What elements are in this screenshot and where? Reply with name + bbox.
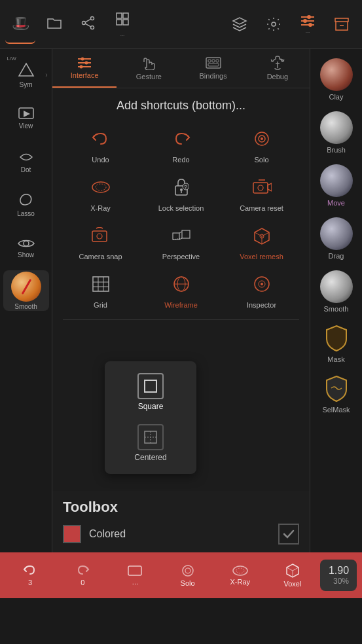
- grid-icon: [88, 271, 114, 297]
- shortcuts-title: Add shortcuts (bottom)...: [63, 99, 299, 113]
- shortcut-voxel[interactable]: Voxel remesh: [224, 223, 299, 260]
- move-sphere: [320, 164, 353, 197]
- svg-marker-20: [24, 111, 30, 117]
- sidebar-tool-lasso[interactable]: Lasso: [3, 184, 49, 224]
- bottom-undo-btn[interactable]: 3: [5, 556, 55, 595]
- bottom-solo-icon: [181, 564, 195, 578]
- bottom-voxel-btn[interactable]: Voxel: [268, 556, 317, 595]
- svg-rect-7: [117, 20, 122, 25]
- shortcut-inspector[interactable]: Inspector: [224, 271, 299, 309]
- bottom-xray-icon: [232, 565, 249, 577]
- svg-rect-6: [123, 13, 128, 18]
- undo-label: Undo: [92, 156, 109, 164]
- shortcut-camera-reset[interactable]: Camera reset: [224, 174, 299, 212]
- svg-point-13: [307, 15, 311, 19]
- right-tool-clay[interactable]: Clay: [314, 54, 359, 105]
- sidebar-tool-dot[interactable]: Dot: [3, 141, 49, 181]
- inspector-label: Inspector: [247, 301, 276, 309]
- bottom-xray-btn[interactable]: X-Ray: [215, 556, 265, 595]
- lock-icon: ?: [168, 174, 194, 200]
- hat-button[interactable]: 🎩: [5, 5, 35, 44]
- bottom-redo-icon: [75, 564, 90, 577]
- camera-snap-icon: [88, 223, 114, 249]
- svg-rect-54: [93, 277, 109, 291]
- redo-icon: [168, 126, 194, 152]
- svg-line-4: [85, 24, 91, 27]
- sidebar-tool-show[interactable]: Show: [3, 227, 49, 268]
- right-tool-smooth[interactable]: Smooth: [314, 266, 359, 317]
- layers-button[interactable]: [225, 5, 255, 44]
- bottom-solo-btn[interactable]: Solo: [163, 556, 213, 595]
- mask-shield-icon: [321, 323, 352, 353]
- tab-bindings[interactable]: Bindings: [181, 49, 245, 88]
- sidebar-tool-sym[interactable]: L/W Sym: [3, 54, 49, 95]
- grid-button[interactable]: ...: [107, 5, 137, 44]
- svg-point-1: [82, 21, 86, 24]
- shortcut-solo[interactable]: Solo: [224, 126, 299, 164]
- popup-square[interactable]: Square: [105, 367, 196, 418]
- grid-label: Grid: [94, 301, 107, 309]
- toolbox-row: Colored: [63, 524, 299, 545]
- shortcut-camera-snap[interactable]: Camera snap: [63, 223, 138, 260]
- svg-rect-43: [253, 183, 268, 193]
- shortcut-redo[interactable]: Redo: [143, 126, 219, 164]
- tab-gesture[interactable]: Gesture: [117, 49, 181, 88]
- shortcut-xray[interactable]: X-Ray: [63, 174, 138, 212]
- left-sidebar: L/W Sym › View Dot La: [0, 49, 52, 552]
- colored-check[interactable]: [278, 524, 299, 545]
- bottom-redo-btn[interactable]: 0: [58, 556, 107, 595]
- sidebar-tool-view[interactable]: View: [3, 98, 49, 138]
- tab-debug[interactable]: Debug: [245, 49, 310, 88]
- svg-point-15: [308, 23, 312, 27]
- solo-icon: [249, 126, 275, 152]
- settings-button[interactable]: [259, 5, 289, 44]
- svg-point-45: [258, 185, 263, 190]
- top-toolbar-right: ...: [225, 5, 357, 44]
- voxel-icon: [249, 223, 275, 249]
- svg-point-0: [91, 16, 94, 20]
- shortcuts-grid: Undo Redo: [63, 126, 299, 309]
- bottom-bar: 3 0 ... Solo X-Ray Voxel 1.90: [0, 552, 362, 598]
- shortcut-undo[interactable]: Undo: [63, 126, 138, 164]
- popup-centered[interactable]: Centered: [105, 418, 196, 469]
- svg-point-73: [236, 568, 244, 573]
- solo-label: Solo: [254, 156, 268, 164]
- undo-count: 3: [28, 579, 32, 586]
- shortcut-perspective[interactable]: Perspective: [143, 223, 219, 260]
- svg-rect-8: [123, 20, 128, 25]
- svg-point-25: [81, 57, 84, 60]
- svg-point-27: [80, 65, 83, 68]
- right-tool-selmask[interactable]: SelMask: [314, 370, 359, 418]
- shortcut-wireframe[interactable]: Wireframe: [143, 271, 219, 309]
- svg-point-21: [24, 241, 29, 246]
- shortcut-grid[interactable]: Grid: [63, 271, 138, 309]
- tab-interface[interactable]: Interface: [52, 49, 117, 88]
- sliders-button[interactable]: ...: [293, 5, 323, 44]
- folder-button[interactable]: [39, 5, 69, 44]
- bottom-menu-btn[interactable]: ...: [110, 556, 160, 595]
- svg-line-3: [85, 19, 91, 22]
- svg-rect-69: [128, 566, 141, 575]
- right-tool-drag[interactable]: Drag: [314, 213, 359, 264]
- right-tool-mask[interactable]: Mask: [314, 319, 359, 367]
- square-icon: [137, 373, 164, 399]
- colored-checkbox[interactable]: [63, 525, 81, 543]
- svg-rect-28: [206, 58, 221, 68]
- perspective-label: Perspective: [162, 253, 200, 260]
- archive-button[interactable]: [327, 5, 357, 44]
- svg-point-70: [183, 565, 193, 576]
- svg-rect-29: [208, 60, 211, 62]
- menu-dots: ...: [132, 578, 138, 586]
- right-tool-move[interactable]: Move: [314, 160, 359, 211]
- svg-rect-49: [182, 230, 190, 238]
- svg-rect-46: [92, 231, 107, 241]
- grid-dots: ...: [120, 31, 125, 37]
- drag-sphere: [320, 217, 353, 250]
- share-button[interactable]: [73, 5, 103, 44]
- sidebar-tool-smooth[interactable]: Smooth: [3, 270, 49, 311]
- svg-point-9: [272, 22, 276, 26]
- shortcut-lock[interactable]: ? Lock selection: [143, 174, 219, 212]
- redo-label: Redo: [172, 156, 189, 164]
- colored-label: Colored: [89, 528, 270, 540]
- right-tool-brush[interactable]: Brush: [314, 107, 359, 158]
